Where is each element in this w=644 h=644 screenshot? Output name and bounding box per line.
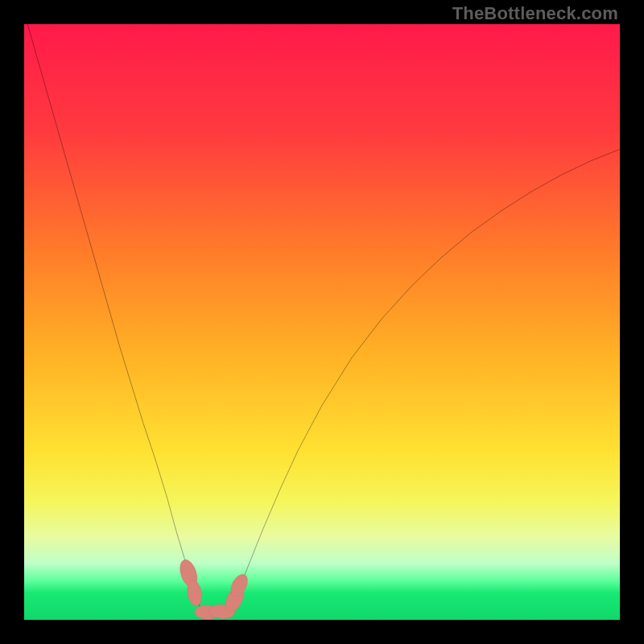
bottleneck-curve xyxy=(24,24,620,614)
marker-group xyxy=(177,557,251,619)
plot-area xyxy=(24,24,620,620)
watermark-text: TheBottleneck.com xyxy=(452,3,618,24)
chart-frame: TheBottleneck.com xyxy=(0,0,644,644)
curve-layer xyxy=(24,24,620,620)
